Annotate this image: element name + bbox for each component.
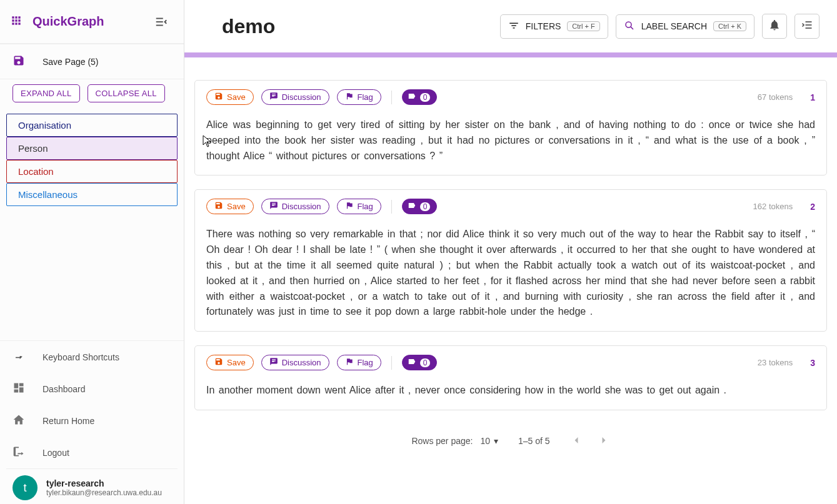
shortcuts-label: Keyboard Shortcuts — [43, 352, 119, 362]
token-count: 162 tokens — [753, 202, 793, 211]
passage-text[interactable]: There was nothing so very remarkable in … — [206, 227, 815, 320]
topbar: demo FILTERS Ctrl + F LABEL SEARCH Ctrl … — [184, 0, 837, 52]
card-toolbar: Save Discussion Flag 0 — [206, 89, 815, 105]
save-icon — [214, 92, 223, 102]
rpp-label: Rows per page: — [411, 436, 473, 446]
card-index: 3 — [810, 358, 815, 368]
passage-text[interactable]: Alice was beginning to get very tired of… — [206, 117, 815, 164]
collapse-all-button[interactable]: COLLAPSE ALL — [88, 84, 165, 102]
svg-point-3 — [626, 22, 631, 27]
card-flag-button[interactable]: Flag — [337, 355, 381, 370]
card-toolbar: Save Discussion Flag 0 — [206, 355, 815, 370]
sidebar-bottom-links: Keyboard Shortcuts Dashboard Return Home… — [0, 340, 184, 468]
home-label: Return Home — [43, 416, 94, 426]
tag-icon — [408, 201, 416, 212]
card-flag-button[interactable]: Flag — [337, 199, 381, 214]
dashboard-label: Dashboard — [43, 384, 86, 394]
card-discussion-button[interactable]: Discussion — [261, 199, 329, 214]
rows-per-page: Rows per page: 10 ▾ — [411, 436, 498, 446]
page-title: demo — [202, 15, 275, 38]
card-index: 1 — [810, 92, 815, 102]
annotation-card: Save Discussion Flag 0 — [194, 189, 827, 332]
expand-all-button[interactable]: EXPAND ALL — [13, 84, 80, 102]
panel-icon — [801, 19, 813, 34]
save-page-button[interactable]: Save Page (5) — [0, 44, 184, 79]
notifications-button[interactable] — [762, 14, 787, 39]
prev-page-button[interactable] — [570, 434, 583, 448]
tag-icon — [408, 92, 416, 102]
card-tag-count[interactable]: 0 — [402, 199, 438, 214]
save-page-label: Save Page (5) — [43, 57, 99, 67]
flag-icon — [345, 201, 354, 212]
filter-icon — [508, 20, 519, 33]
card-save-button[interactable]: Save — [206, 199, 254, 214]
card-save-button[interactable]: Save — [206, 89, 254, 105]
tag-icon — [408, 357, 416, 368]
expand-collapse-row: EXPAND ALL COLLAPSE ALL — [0, 79, 184, 109]
bell-icon — [768, 19, 781, 34]
chat-icon — [269, 357, 278, 368]
page-nav — [570, 434, 610, 448]
annotation-card: Save Discussion Flag 0 — [194, 345, 827, 410]
apps-icon — [10, 14, 23, 29]
label-miscellaneous[interactable]: Miscellaneous — [6, 183, 178, 206]
card-tag-count[interactable]: 0 — [402, 89, 438, 105]
card-discussion-button[interactable]: Discussion — [261, 89, 329, 105]
search-label: LABEL SEARCH — [641, 21, 707, 31]
accent-bar — [184, 52, 837, 57]
user-info: tyler-research tyler.bikaun@research.uwa… — [46, 478, 162, 497]
label-location[interactable]: Location — [6, 160, 178, 183]
save-icon — [214, 201, 223, 212]
card-index: 2 — [810, 202, 815, 212]
save-icon — [214, 357, 223, 368]
sidebar-header: QuickGraph — [0, 0, 184, 44]
logout-icon — [13, 445, 25, 460]
filters-button[interactable]: FILTERS Ctrl + F — [500, 14, 608, 39]
page-range: 1–5 of 5 — [518, 436, 550, 446]
flag-icon — [345, 357, 354, 368]
sidebar: QuickGraph Save Page (5) EXPAND ALL COLL… — [0, 0, 184, 504]
passage-text[interactable]: In another moment down went Alice after … — [206, 383, 815, 398]
content: Save Discussion Flag 0 — [184, 57, 837, 504]
dashboard-icon — [13, 382, 25, 396]
sidebar-collapse-button[interactable] — [149, 9, 174, 34]
card-save-button[interactable]: Save — [206, 355, 254, 370]
label-search-button[interactable]: LABEL SEARCH Ctrl + K — [616, 14, 754, 39]
token-count: 67 tokens — [758, 92, 793, 102]
flag-icon — [345, 92, 354, 102]
card-discussion-button[interactable]: Discussion — [261, 355, 329, 370]
pagination: Rows per page: 10 ▾ 1–5 of 5 — [194, 424, 827, 456]
logout-link[interactable]: Logout — [0, 437, 184, 468]
chat-icon — [269, 201, 278, 212]
filters-label: FILTERS — [526, 21, 561, 31]
card-toolbar: Save Discussion Flag 0 — [206, 199, 815, 214]
user-name: tyler-research — [46, 478, 162, 488]
search-kbd: Ctrl + K — [713, 21, 746, 31]
label-organisation[interactable]: Organisation — [6, 114, 178, 137]
label-list: Organisation Person Location Miscellaneo… — [0, 109, 184, 211]
brand-name: QuickGraph — [33, 14, 104, 29]
shortcut-icon — [13, 350, 25, 364]
save-icon — [13, 54, 25, 69]
next-page-button[interactable] — [598, 434, 610, 448]
annotation-card: Save Discussion Flag 0 — [194, 80, 827, 175]
main: demo FILTERS Ctrl + F LABEL SEARCH Ctrl … — [184, 0, 837, 504]
return-home-link[interactable]: Return Home — [0, 405, 184, 437]
avatar: t — [13, 475, 38, 500]
home-icon — [13, 413, 25, 428]
brand[interactable]: QuickGraph — [10, 14, 104, 29]
filters-kbd: Ctrl + F — [567, 21, 599, 31]
card-tag-count[interactable]: 0 — [402, 355, 438, 370]
rpp-select[interactable]: 10 ▾ — [480, 436, 498, 446]
label-person[interactable]: Person — [6, 137, 178, 160]
keyboard-shortcuts-link[interactable]: Keyboard Shortcuts — [0, 341, 184, 373]
search-icon — [624, 20, 635, 33]
logout-label: Logout — [43, 448, 69, 458]
card-flag-button[interactable]: Flag — [337, 89, 381, 105]
token-count: 23 tokens — [758, 358, 793, 367]
dashboard-link[interactable]: Dashboard — [0, 373, 184, 405]
chevron-down-icon: ▾ — [494, 436, 498, 446]
chat-icon — [269, 92, 278, 102]
user-panel[interactable]: t tyler-research tyler.bikaun@research.u… — [6, 468, 178, 504]
panel-toggle-button[interactable] — [794, 14, 819, 39]
